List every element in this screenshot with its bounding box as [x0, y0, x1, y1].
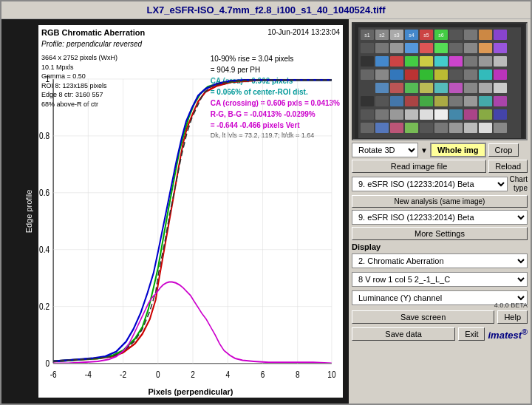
- svg-text:0: 0: [45, 357, 50, 368]
- svg-rect-42: [479, 30, 492, 40]
- more-settings-button[interactable]: More Settings: [352, 227, 528, 240]
- display-label: Display: [352, 242, 381, 251]
- save-screen-button[interactable]: Save screen: [352, 310, 494, 324]
- svg-rect-103: [405, 109, 418, 120]
- svg-text:s3: s3: [394, 33, 400, 38]
- svg-rect-81: [375, 83, 389, 93]
- svg-rect-88: [479, 83, 492, 93]
- chart-area: Edge profile RGB Chromatic Aberration 10…: [1, 19, 349, 404]
- analysis-select[interactable]: 9. eSFR ISO (12233:2014) Beta: [352, 177, 508, 191]
- thumbnail-svg: s1 s2 s3 s4 s5 s6: [353, 24, 526, 140]
- svg-rect-115: [434, 123, 448, 133]
- svg-rect-100: [361, 109, 374, 120]
- svg-text:2: 2: [191, 369, 195, 380]
- svg-rect-68: [479, 56, 492, 67]
- svg-rect-105: [434, 109, 448, 120]
- svg-rect-102: [390, 109, 403, 120]
- content-area: Edge profile RGB Chromatic Aberration 10…: [1, 19, 531, 404]
- svg-rect-69: [494, 56, 507, 67]
- svg-rect-77: [464, 69, 477, 80]
- svg-text:0: 0: [156, 369, 160, 380]
- save-data-button[interactable]: Save data: [352, 327, 455, 341]
- analysis-select-2[interactable]: 9. eSFR ISO (12233:2014) Beta: [352, 210, 528, 225]
- read-reload-row: Read image file Reload: [352, 160, 528, 173]
- svg-rect-118: [479, 123, 492, 133]
- svg-rect-85: [434, 83, 448, 93]
- rotate-3d-select[interactable]: Rotate 3D: [352, 143, 418, 157]
- bottom-buttons-row: Save screen Help 4.0.0 BETA: [352, 310, 528, 324]
- svg-text:4: 4: [225, 369, 230, 380]
- svg-rect-72: [390, 69, 403, 80]
- svg-rect-109: [494, 109, 507, 120]
- svg-text:10: 10: [327, 369, 336, 380]
- whole-img-button[interactable]: Whole img: [430, 143, 486, 157]
- svg-rect-98: [479, 96, 492, 106]
- svg-rect-55: [434, 43, 448, 53]
- svg-rect-0: [53, 79, 332, 364]
- svg-rect-117: [464, 123, 477, 133]
- svg-rect-116: [449, 123, 463, 133]
- svg-text:s5: s5: [423, 33, 429, 38]
- svg-rect-65: [434, 56, 448, 67]
- svg-rect-61: [375, 56, 389, 67]
- svg-rect-59: [494, 43, 507, 53]
- svg-rect-74: [420, 69, 433, 80]
- reload-button[interactable]: Reload: [488, 160, 528, 173]
- svg-rect-86: [449, 83, 463, 93]
- svg-rect-41: [464, 30, 477, 40]
- chart-type-label: Chart type: [510, 175, 528, 193]
- svg-rect-82: [390, 83, 403, 93]
- display-label-row: Display: [352, 242, 528, 251]
- svg-rect-104: [420, 109, 433, 120]
- svg-rect-62: [390, 56, 403, 67]
- help-button[interactable]: Help: [497, 310, 528, 324]
- analysis-chart-row: 9. eSFR ISO (12233:2014) Beta Chart type: [352, 175, 528, 193]
- region-select-row: 8 V row 1 col 5 2_-1_L_C: [352, 272, 528, 287]
- exit-button[interactable]: Exit: [458, 327, 485, 341]
- svg-rect-84: [420, 83, 433, 93]
- analysis-select2-row: 9. eSFR ISO (12233:2014) Beta: [352, 210, 528, 225]
- svg-rect-110: [361, 123, 374, 133]
- svg-rect-89: [494, 83, 507, 93]
- svg-text:s1: s1: [364, 33, 370, 38]
- window-title: LX7_eSFR-ISO_4.7mm_f2.8_i100_s1_40_10405…: [146, 4, 385, 16]
- svg-rect-60: [361, 56, 374, 67]
- svg-rect-50: [361, 43, 374, 53]
- svg-text:0.4: 0.4: [39, 243, 50, 254]
- imatest-logo: imatest®: [488, 327, 528, 341]
- crop-button[interactable]: Crop: [488, 143, 519, 157]
- svg-text:-4: -4: [85, 369, 92, 380]
- version-info: 4.0.0 BETA: [494, 300, 528, 309]
- svg-rect-111: [375, 123, 389, 133]
- svg-rect-79: [494, 69, 507, 80]
- svg-rect-51: [375, 43, 389, 53]
- chart-svg: 0 0.2 0.4 0.6 0.8 1 -6 -4 -2 0 2 4 6 8: [38, 25, 343, 398]
- svg-rect-64: [420, 56, 433, 67]
- svg-rect-76: [449, 69, 463, 80]
- svg-text:s4: s4: [409, 33, 415, 38]
- display-select[interactable]: 2. Chromatic Aberration: [352, 253, 528, 268]
- rotate-row: Rotate 3D ▼ Whole img Crop: [352, 143, 528, 157]
- right-panel: s1 s2 s3 s4 s5 s6: [349, 19, 531, 404]
- region-select[interactable]: 8 V row 1 col 5 2_-1_L_C: [352, 272, 528, 287]
- svg-rect-93: [405, 96, 418, 106]
- svg-rect-67: [464, 56, 477, 67]
- svg-rect-87: [464, 83, 477, 93]
- rotate-dropdown-icon: ▼: [420, 146, 428, 154]
- svg-rect-114: [420, 123, 433, 133]
- svg-rect-66: [449, 56, 463, 67]
- svg-text:s6: s6: [438, 33, 444, 38]
- svg-text:s2: s2: [379, 33, 385, 38]
- svg-text:6: 6: [261, 369, 265, 380]
- read-image-button[interactable]: Read image file: [352, 160, 486, 173]
- svg-rect-119: [494, 123, 507, 133]
- svg-rect-83: [405, 83, 418, 93]
- svg-text:0.2: 0.2: [39, 300, 50, 311]
- svg-rect-56: [449, 43, 463, 53]
- svg-rect-107: [464, 109, 477, 120]
- title-bar: LX7_eSFR-ISO_4.7mm_f2.8_i100_s1_40_10405…: [1, 1, 531, 19]
- svg-rect-71: [375, 69, 389, 80]
- svg-rect-91: [375, 96, 389, 106]
- new-analysis-button[interactable]: New analysis (same image): [352, 195, 528, 208]
- y-axis-label: Edge profile: [24, 190, 33, 234]
